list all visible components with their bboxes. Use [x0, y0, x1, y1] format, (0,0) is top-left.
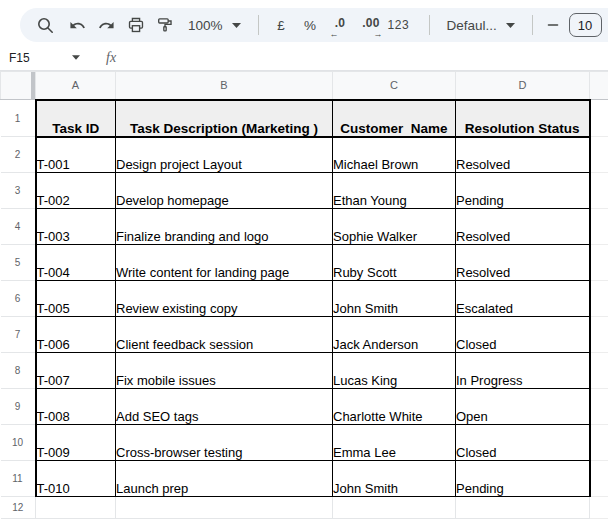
row-header[interactable]: 4: [1, 209, 36, 245]
name-box[interactable]: F15: [0, 51, 88, 65]
cell[interactable]: T-002: [36, 173, 116, 209]
select-all-corner[interactable]: [1, 72, 36, 100]
cell[interactable]: Escalated: [456, 281, 590, 317]
header-cell[interactable]: Customer Name: [333, 100, 456, 137]
cell[interactable]: John Smith: [333, 461, 456, 497]
row-header[interactable]: 9: [1, 389, 36, 425]
cell[interactable]: Client feedback session: [116, 317, 333, 353]
table-row: 9T-008Add SEO tagsCharlotte WhiteOpen: [1, 389, 608, 425]
cell[interactable]: T-006: [36, 317, 116, 353]
cell[interactable]: Add SEO tags: [116, 389, 333, 425]
column-header-a[interactable]: A: [36, 72, 116, 100]
font-family-control[interactable]: Defaul...: [439, 12, 523, 39]
row-header[interactable]: 8: [1, 353, 36, 389]
header-cell[interactable]: Task Description (Marketing ): [116, 100, 333, 137]
row-header[interactable]: 5: [1, 245, 36, 281]
cell[interactable]: Emma Lee: [333, 425, 456, 461]
zoom-control[interactable]: 100%: [180, 12, 249, 39]
table-row: 6T-005Review existing copyJohn SmithEsca…: [1, 281, 608, 317]
row-header[interactable]: 11: [1, 461, 36, 497]
cell[interactable]: Fix mobile issues: [116, 353, 333, 389]
search-button[interactable]: [31, 12, 58, 39]
cell[interactable]: [590, 425, 608, 461]
cell[interactable]: [333, 497, 456, 519]
cell[interactable]: [590, 173, 608, 209]
cell[interactable]: Ruby Scott: [333, 245, 456, 281]
toolbar-divider: [258, 15, 259, 35]
cell[interactable]: [590, 281, 608, 317]
cell[interactable]: [116, 497, 333, 519]
cell[interactable]: Open: [456, 389, 590, 425]
paint-format-button[interactable]: [151, 12, 178, 39]
cell[interactable]: [590, 100, 608, 137]
cell[interactable]: T-005: [36, 281, 116, 317]
cell[interactable]: Jack Anderson: [333, 317, 456, 353]
toolbar-divider: [429, 15, 430, 35]
cell[interactable]: Michael Brown: [333, 137, 456, 173]
row-header[interactable]: 10: [1, 425, 36, 461]
cell[interactable]: [590, 461, 608, 497]
cell[interactable]: Charlotte White: [333, 389, 456, 425]
decrease-font-size-button[interactable]: [542, 12, 564, 39]
cell[interactable]: [456, 497, 590, 519]
cell[interactable]: Launch prep: [116, 461, 333, 497]
cell[interactable]: T-009: [36, 425, 116, 461]
column-header-b[interactable]: B: [116, 72, 333, 100]
column-header-c[interactable]: C: [333, 72, 456, 100]
percent-format-button[interactable]: %: [297, 12, 324, 39]
cell[interactable]: Develop homepage: [116, 173, 333, 209]
decrease-decimal-button[interactable]: .0 ←: [326, 12, 355, 39]
cell[interactable]: [590, 497, 608, 519]
currency-format-button[interactable]: £: [268, 12, 295, 39]
cell[interactable]: [590, 317, 608, 353]
cell[interactable]: Resolved: [456, 245, 590, 281]
cell[interactable]: [590, 209, 608, 245]
column-header-d[interactable]: D: [456, 72, 590, 100]
number-format-button[interactable]: 123: [388, 12, 420, 39]
table-row: 5T-004Write content for landing pageRuby…: [1, 245, 608, 281]
cell[interactable]: Pending: [456, 173, 590, 209]
cell[interactable]: Ethan Young: [333, 173, 456, 209]
cell[interactable]: Lucas King: [333, 353, 456, 389]
cell[interactable]: [590, 137, 608, 173]
cell[interactable]: T-010: [36, 461, 116, 497]
cell[interactable]: Review existing copy: [116, 281, 333, 317]
print-button[interactable]: [122, 12, 149, 39]
cell[interactable]: [36, 497, 116, 519]
row-header[interactable]: 6: [1, 281, 36, 317]
cell[interactable]: In Progress: [456, 353, 590, 389]
cell[interactable]: Finalize branding and logo: [116, 209, 333, 245]
row-header[interactable]: 12: [1, 497, 36, 519]
header-cell[interactable]: Task ID: [36, 100, 116, 137]
cell[interactable]: T-007: [36, 353, 116, 389]
cell[interactable]: [590, 389, 608, 425]
row-header[interactable]: 2: [1, 137, 36, 173]
cell[interactable]: Closed: [456, 317, 590, 353]
row-header[interactable]: 3: [1, 173, 36, 209]
cell[interactable]: Design project Layout: [116, 137, 333, 173]
row-header[interactable]: 1: [1, 100, 36, 137]
minus-icon: [546, 18, 560, 32]
cell[interactable]: T-003: [36, 209, 116, 245]
column-header-e[interactable]: [590, 72, 608, 100]
row-header[interactable]: 7: [1, 317, 36, 353]
cell[interactable]: T-004: [36, 245, 116, 281]
cell[interactable]: Sophie Walker: [333, 209, 456, 245]
redo-button[interactable]: [93, 12, 120, 39]
cell[interactable]: T-001: [36, 137, 116, 173]
cell[interactable]: Closed: [456, 425, 590, 461]
increase-decimal-button[interactable]: .00 →: [357, 12, 386, 39]
toolbar: 100% £ % .0 ← .00 → 123 Defaul...: [0, 0, 608, 45]
cell[interactable]: [590, 245, 608, 281]
cell[interactable]: Pending: [456, 461, 590, 497]
undo-button[interactable]: [64, 12, 91, 39]
cell[interactable]: John Smith: [333, 281, 456, 317]
cell[interactable]: Resolved: [456, 137, 590, 173]
cell[interactable]: Cross-browser testing: [116, 425, 333, 461]
cell[interactable]: Resolved: [456, 209, 590, 245]
cell[interactable]: T-008: [36, 389, 116, 425]
cell[interactable]: Write content for landing page: [116, 245, 333, 281]
font-size-input[interactable]: 10: [569, 13, 602, 37]
cell[interactable]: [590, 353, 608, 389]
header-cell[interactable]: Resolution Status: [456, 100, 590, 137]
